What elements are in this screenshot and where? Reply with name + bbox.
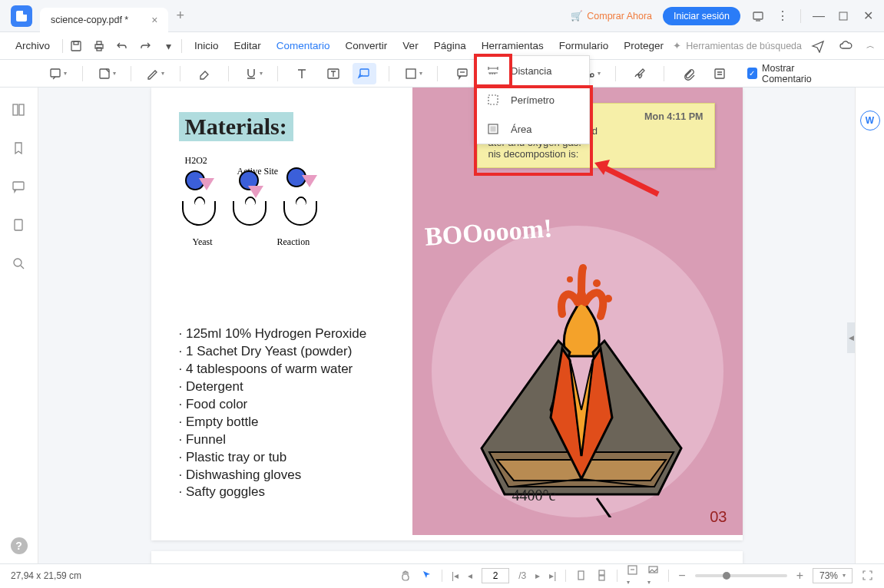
cursor-coords: 27,94 x 21,59 cm	[11, 570, 81, 581]
close-tab-icon[interactable]: ×	[151, 14, 157, 26]
view-mode-icon[interactable]: ▾	[647, 564, 659, 586]
checkbox-checked-icon: ✓	[747, 68, 757, 79]
svg-rect-20	[15, 220, 22, 230]
prev-page-icon[interactable]: ◂	[468, 570, 472, 581]
menu-formulario[interactable]: Formulario	[553, 37, 615, 55]
list-item: Plastic tray or tub	[179, 449, 409, 467]
document-canvas[interactable]: Materials: H2O2 Active Site Yeast Reacti…	[38, 88, 855, 563]
highlight-tool[interactable]: ▾	[95, 63, 119, 84]
zoom-slider[interactable]	[695, 574, 787, 577]
select-tool-icon[interactable]	[421, 570, 432, 581]
page-number: 03	[710, 508, 727, 526]
bookmark-icon[interactable]	[12, 141, 27, 157]
dropdown-item-perimetro[interactable]: Perímetro	[475, 85, 589, 114]
redo-icon[interactable]	[138, 39, 152, 53]
list-item: 1 Sachet Dry Yeast (powder)	[179, 343, 409, 361]
attachment-panel-icon[interactable]	[12, 218, 27, 233]
svg-rect-2	[71, 41, 81, 51]
menu-file[interactable]: Archivo	[9, 37, 56, 55]
search-tools[interactable]: ✦ Herramientas de búsqueda	[673, 40, 802, 51]
menu-proteger[interactable]: Proteger	[617, 37, 670, 55]
cart-icon: 🛒	[571, 10, 583, 21]
comment-panel-icon[interactable]	[12, 180, 27, 195]
show-comment-toggle[interactable]: ✓ Mostrar Comentario	[747, 63, 839, 84]
label-reaction: Reaction	[277, 236, 310, 248]
pencil-tool[interactable]: ▾	[144, 63, 167, 84]
sign-tool[interactable]	[628, 63, 652, 84]
list-item: Dishwashing gloves	[179, 467, 409, 484]
last-page-icon[interactable]: ▸|	[549, 570, 556, 581]
single-page-icon[interactable]	[575, 570, 587, 581]
maximize-button[interactable]	[836, 9, 850, 23]
quick-dropdown-icon[interactable]: ▾	[161, 39, 175, 53]
comment-list-tool[interactable]	[708, 63, 732, 84]
attach-tool[interactable]	[677, 63, 700, 84]
comment-toolbar: ▾ ▾ ▾ ▾ ▾ ▾ ▾ ✓ Mostrar Comentario	[0, 60, 884, 88]
svg-rect-16	[715, 69, 724, 78]
help-icon[interactable]: ?	[11, 537, 28, 554]
menu-pagina[interactable]: Página	[428, 37, 472, 55]
svg-point-23	[593, 279, 601, 287]
menu-herramientas[interactable]: Herramientas	[475, 37, 550, 55]
dropdown-item-distancia[interactable]: Distancia	[475, 56, 589, 85]
first-page-icon[interactable]: |◂	[452, 570, 459, 581]
note-line: nis decompostion is:	[488, 148, 704, 160]
menu-ver[interactable]: Ver	[396, 37, 424, 55]
buy-now-button[interactable]: 🛒 Comprar Ahora	[571, 10, 652, 21]
svg-rect-31	[599, 570, 604, 575]
pdf-page-next	[151, 551, 743, 563]
zoom-value[interactable]: 73%▾	[813, 568, 853, 583]
hand-tool-icon[interactable]	[400, 570, 412, 581]
fit-width-icon[interactable]: ▾	[627, 564, 638, 586]
continuous-page-icon[interactable]	[596, 570, 608, 581]
materials-list: 125ml 10% Hydrogen Peroxide 1 Sachet Dry…	[179, 325, 409, 501]
undo-icon[interactable]	[115, 39, 129, 53]
menu-inicio[interactable]: Inicio	[188, 37, 225, 55]
area-icon	[486, 122, 500, 136]
svg-rect-11	[406, 69, 416, 78]
comment-bubble-tool[interactable]	[450, 63, 474, 84]
feedback-icon[interactable]	[751, 9, 765, 23]
page-input[interactable]	[482, 568, 509, 583]
expand-right-toggle[interactable]: ◀	[847, 322, 855, 353]
callout-tool[interactable]	[353, 63, 376, 84]
print-icon[interactable]	[92, 39, 106, 53]
word-export-icon[interactable]: W	[860, 111, 880, 130]
next-page-icon[interactable]: ▸	[535, 570, 540, 581]
more-icon[interactable]: ⋮	[776, 9, 790, 23]
add-tab-button[interactable]: +	[176, 8, 184, 24]
minimize-button[interactable]: —	[812, 9, 826, 23]
menu-comentario[interactable]: Comentario	[270, 37, 336, 55]
close-button[interactable]: ✕	[861, 9, 875, 23]
thumbnails-icon[interactable]	[12, 103, 27, 118]
list-item: Detergent	[179, 378, 409, 396]
svg-rect-7	[51, 69, 60, 77]
status-bar: 27,94 x 21,59 cm |◂ ◂ /3 ▸ ▸| ▾ ▾ − + 73…	[0, 563, 884, 586]
document-tab[interactable]: science-copy.pdf * ×	[40, 8, 168, 32]
svg-rect-30	[578, 571, 584, 580]
zoom-in-icon[interactable]: +	[796, 569, 803, 583]
menu-bar: Archivo ▾ Inicio Editar Comentario Conve…	[0, 32, 884, 60]
menu-convertir[interactable]: Convertir	[339, 37, 394, 55]
textbox-tool[interactable]	[321, 63, 345, 84]
login-button[interactable]: Iniciar sesión	[663, 7, 740, 25]
menu-editar[interactable]: Editar	[228, 37, 267, 55]
shape-tool[interactable]: ▾	[402, 63, 425, 84]
page-total: /3	[518, 570, 526, 581]
dropdown-item-area[interactable]: Área	[475, 114, 589, 144]
search-panel-icon[interactable]	[12, 256, 27, 272]
show-comment-label: Mostrar Comentario	[762, 63, 838, 84]
save-icon[interactable]	[69, 39, 83, 53]
label-yeast: Yeast	[193, 236, 213, 248]
volcano-illustration	[443, 195, 720, 517]
collapse-icon[interactable]: ︿	[866, 40, 875, 51]
underline-tool[interactable]: ▾	[241, 63, 265, 84]
text-tool[interactable]	[290, 63, 314, 84]
fullscreen-icon[interactable]	[862, 570, 873, 581]
send-icon[interactable]	[811, 39, 825, 53]
note-tool[interactable]: ▾	[46, 63, 70, 84]
cloud-icon[interactable]	[839, 39, 853, 53]
eraser-tool[interactable]	[193, 63, 217, 84]
zoom-out-icon[interactable]: −	[678, 569, 685, 583]
svg-rect-27	[488, 95, 498, 104]
